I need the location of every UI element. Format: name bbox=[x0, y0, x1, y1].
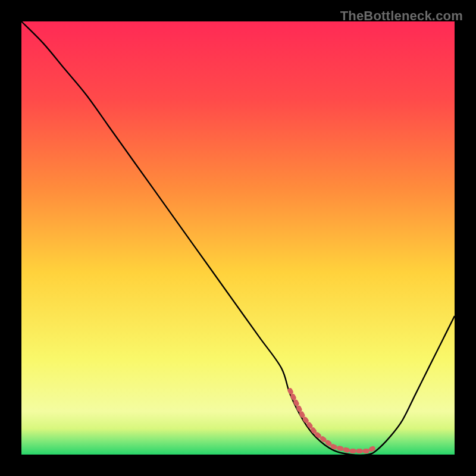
chart-frame: TheBottleneck.com bbox=[10, 10, 466, 466]
watermark-text: TheBottleneck.com bbox=[340, 8, 463, 24]
plot-background bbox=[21, 21, 455, 455]
chart-svg bbox=[10, 10, 466, 466]
